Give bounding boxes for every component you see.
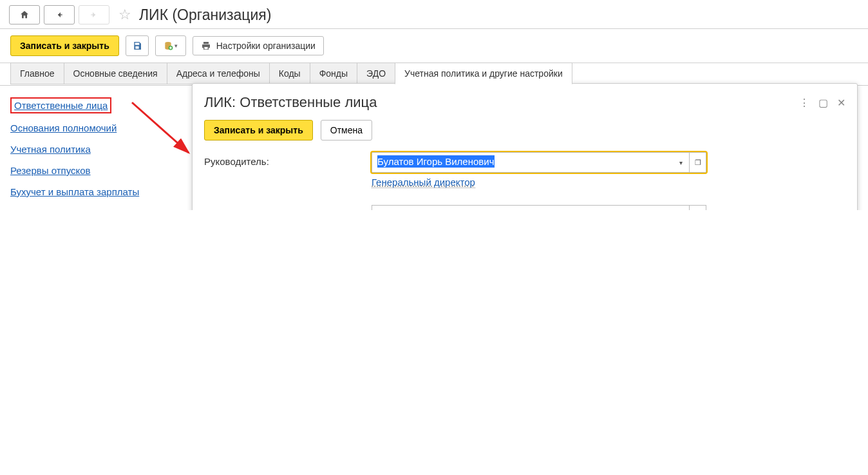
star-icon[interactable]: ☆ [118,6,131,23]
sidebar-item-payroll[interactable]: Бухучет и выплата зарплаты [10,185,139,199]
floppy-icon [132,41,142,51]
sidebar-item-responsible[interactable]: Ответственные лица [10,97,111,113]
home-button[interactable] [9,5,40,24]
tab-codes[interactable]: Коды [269,63,310,84]
open-accountant-button[interactable] [690,205,706,210]
sidebar-item-reserves[interactable]: Резервы отпусков [10,164,91,177]
chevron-down-icon: ▾ [175,43,178,49]
arrow-left-icon [54,10,64,20]
input-head[interactable]: Булатов Игорь Виленович [372,152,673,173]
top-nav: ☆ ЛИК (Организация) [0,0,868,29]
tab-accounting-policy[interactable]: Учетная политика и другие настройки [395,63,572,84]
save-button[interactable] [126,35,149,56]
panel-save-close-button[interactable]: Записать и закрыть [204,120,313,141]
dropdown-accountant-button[interactable] [673,205,690,210]
nav-buttons [9,5,109,24]
field-accountant: Солодовникова Мария Пахомовна Начальник … [372,205,706,210]
dropdown-head-button[interactable] [673,152,690,173]
tabs-container: Главное Основные сведения Адреса и телеф… [0,63,868,84]
panel-controls: ⋮ ▢ ✕ [799,97,845,109]
panel-cancel-button[interactable]: Отмена [321,120,372,141]
sublink-head-position[interactable]: Генеральный директор [372,177,475,188]
label-accountant: Главный бухгалтер: [204,205,372,210]
main-area: Ответственные лица Основания полномочий … [0,85,868,210]
save-close-button[interactable]: Записать и закрыть [10,35,119,56]
sidebar-item-grounds[interactable]: Основания полномочий [10,121,117,135]
attach-button[interactable]: ▾ [155,35,186,56]
org-settings-button[interactable]: Настройки организации [193,36,324,55]
panel-toolbar: Записать и закрыть Отмена [204,120,845,141]
svg-rect-0 [58,14,62,15]
tab-funds[interactable]: Фонды [310,63,357,84]
tab-addresses[interactable]: Адреса и телефоны [167,63,270,84]
sidebar-item-policy[interactable]: Учетная политика [10,142,91,156]
tabs: Главное Основные сведения Адреса и телеф… [10,63,858,84]
open-head-button[interactable] [690,152,706,173]
svg-point-2 [165,42,171,44]
home-icon [19,10,30,20]
field-head: Булатов Игорь Виленович Генеральный дире… [372,152,706,188]
panel-title: ЛИК: Ответственные лица [204,94,377,111]
row-accountant: Главный бухгалтер: Солодовникова Мария П… [204,205,845,210]
input-accountant-group: Солодовникова Мария Пахомовна [372,205,706,210]
back-button[interactable] [44,5,75,24]
input-accountant[interactable]: Солодовникова Мария Пахомовна [372,205,673,210]
input-head-group: Булатов Игорь Виленович [372,152,706,173]
printer-icon [201,41,211,51]
panel-header: ЛИК: Ответственные лица ⋮ ▢ ✕ [204,94,845,111]
arrow-right-icon [89,10,99,20]
chevron-down-icon [679,159,683,166]
label-head: Руководитель: [204,152,372,167]
forward-button [79,5,109,24]
open-icon [695,159,701,167]
maximize-icon[interactable]: ▢ [818,97,828,109]
kebab-icon[interactable]: ⋮ [799,97,809,109]
row-head: Руководитель: Булатов Игорь Виленович Ге… [204,152,845,188]
tab-basic-info[interactable]: Основные сведения [64,63,167,84]
db-icon [163,41,173,51]
close-icon[interactable]: ✕ [837,97,845,109]
tab-main[interactable]: Главное [10,63,64,84]
main-toolbar: Записать и закрыть ▾ Настройки организац… [0,29,868,63]
responsible-persons-panel: ЛИК: Ответственные лица ⋮ ▢ ✕ Записать и… [192,83,858,210]
org-settings-label: Настройки организации [216,41,316,51]
svg-rect-1 [91,14,95,15]
page-title: ЛИК (Организация) [139,6,271,24]
tab-edo[interactable]: ЭДО [357,63,395,84]
sidebar: Ответственные лица Основания полномочий … [10,97,178,199]
